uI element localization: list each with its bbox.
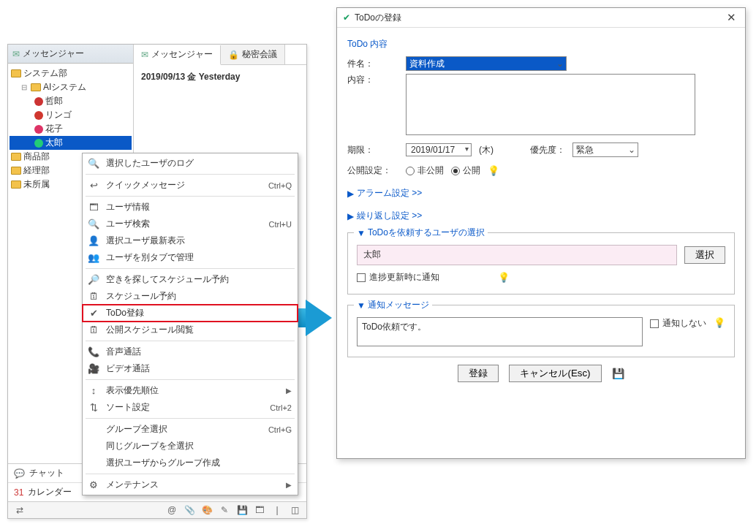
menu-item[interactable]: 🗓スケジュール予約 bbox=[83, 288, 298, 305]
arrows-icon[interactable]: ⇄ bbox=[14, 505, 26, 515]
save-icon[interactable]: 💾 bbox=[612, 368, 624, 379]
menu-label: グループ全選択 bbox=[106, 423, 262, 436]
shortcut-label: Ctrl+U bbox=[269, 220, 292, 229]
menu-item[interactable]: 🔎空きを探してスケジュール予約 bbox=[83, 271, 298, 288]
menu-item[interactable]: 同じグループを全選択 bbox=[83, 438, 298, 455]
dialog-titlebar: ✔ToDoの登録 ✕ bbox=[337, 8, 745, 28]
subject-combo[interactable]: 資料作成 bbox=[406, 56, 567, 71]
clip-icon[interactable]: 📎 bbox=[184, 505, 195, 515]
menu-item[interactable]: ⇅ソート設定Ctrl+2 bbox=[83, 399, 298, 416]
tree-user[interactable]: 哲郎 bbox=[10, 94, 132, 108]
menu-label: 選択したユーザのログ bbox=[106, 157, 292, 170]
menu-label: メンテナンス bbox=[106, 479, 280, 491]
tab-messenger[interactable]: ✉メッセンジャー bbox=[134, 45, 221, 65]
menu-label: ソート設定 bbox=[106, 401, 264, 414]
palette-icon[interactable]: 🎨 bbox=[201, 505, 213, 515]
menu-icon: ✔ bbox=[87, 308, 100, 319]
menu-item[interactable]: 🔍選択したユーザのログ bbox=[83, 155, 298, 172]
assigned-user-box[interactable]: 太郎 bbox=[357, 245, 677, 265]
triangle-down-icon: ▼ bbox=[357, 300, 366, 311]
user-icon bbox=[34, 139, 43, 148]
hint-icon[interactable]: 💡 bbox=[714, 317, 725, 328]
mail-icon: ✉ bbox=[12, 49, 20, 59]
checkbox-icon bbox=[650, 319, 659, 328]
menu-item[interactable]: ⚙メンテナンス▶ bbox=[83, 476, 298, 493]
notify-progress-check[interactable]: 進捗更新時に通知 bbox=[357, 271, 439, 284]
bottom-toolbar: ⇄ @ 📎 🎨 ✎ 💾 🗔 | ◫ bbox=[8, 501, 306, 518]
menu-label: 同じグループを全選択 bbox=[106, 440, 292, 452]
menu-separator bbox=[86, 196, 295, 197]
menu-item[interactable]: 👥ユーザを別タブで管理 bbox=[83, 249, 298, 266]
radio-public[interactable]: 公開 bbox=[451, 164, 480, 177]
register-button[interactable]: 登録 bbox=[458, 365, 499, 382]
notify-message-box[interactable]: ToDo依頼です。 bbox=[357, 317, 643, 346]
menu-item[interactable]: ↕表示優先順位▶ bbox=[83, 382, 298, 399]
menu-label: ビデオ通話 bbox=[106, 362, 292, 375]
cancel-button[interactable]: キャンセル(Esc) bbox=[509, 365, 601, 382]
window-icon[interactable]: 🗔 bbox=[254, 505, 265, 515]
tree-user-selected[interactable]: 太郎 bbox=[10, 136, 132, 150]
split-icon[interactable]: ◫ bbox=[289, 505, 300, 515]
tab-secret[interactable]: 🔒秘密会議 bbox=[221, 45, 285, 64]
shortcut-label: Ctrl+G bbox=[268, 425, 292, 434]
assign-section: ▼ToDoを依頼するユーザの選択 太郎 選択 進捗更新時に通知 💡 bbox=[347, 232, 735, 294]
radio-private[interactable]: 非公開 bbox=[406, 164, 444, 177]
hint-icon[interactable]: 💡 bbox=[498, 272, 510, 283]
menu-item[interactable]: ↩クイックメッセージCtrl+Q bbox=[83, 177, 298, 194]
notify-section: ▼通知メッセージ ToDo依頼です。 通知しない 💡 bbox=[347, 305, 735, 357]
menu-label: ユーザ検索 bbox=[106, 218, 263, 230]
radio-icon bbox=[406, 167, 415, 175]
tree-user[interactable]: リンゴ bbox=[10, 108, 132, 122]
menu-label: 公開スケジュール閲覧 bbox=[106, 324, 292, 336]
menu-icon: 📞 bbox=[87, 346, 100, 357]
menu-item[interactable]: 🎥ビデオ通話 bbox=[83, 360, 298, 377]
menu-icon: 🔎 bbox=[87, 274, 100, 285]
select-user-button[interactable]: 選択 bbox=[684, 246, 725, 264]
hint-icon[interactable]: 💡 bbox=[488, 165, 499, 176]
tree-header: ✉ メッセンジャー bbox=[8, 45, 133, 64]
tree-user[interactable]: 花子 bbox=[10, 122, 132, 136]
menu-item[interactable]: 📞音声通話 bbox=[83, 343, 298, 360]
tree-node-ai[interactable]: AIシステム bbox=[10, 80, 132, 94]
menu-icon: ↕ bbox=[87, 385, 100, 396]
menu-item[interactable]: ✔ToDo登録 bbox=[83, 305, 298, 322]
chat-icon: 💬 bbox=[14, 468, 25, 479]
menu-icon: 🗔 bbox=[87, 202, 100, 213]
save-icon[interactable]: 💾 bbox=[236, 505, 248, 515]
at-icon[interactable]: @ bbox=[166, 505, 178, 515]
no-notify-check[interactable]: 通知しない bbox=[650, 317, 706, 330]
menu-item[interactable]: 👤選択ユーザ最新表示 bbox=[83, 232, 298, 249]
menu-separator bbox=[86, 474, 295, 474]
close-icon[interactable]: ✕ bbox=[724, 11, 739, 24]
content-textarea[interactable] bbox=[406, 74, 695, 135]
menu-label: クイックメッセージ bbox=[106, 179, 262, 191]
menu-label: スケジュール予約 bbox=[106, 290, 292, 303]
menu-item[interactable]: 🗓公開スケジュール閲覧 bbox=[83, 322, 298, 338]
priority-label: 優先度： bbox=[530, 144, 565, 156]
alarm-link[interactable]: ▶アラーム設定 >> bbox=[347, 187, 735, 200]
check-icon: ✔ bbox=[343, 12, 350, 23]
radio-icon bbox=[451, 167, 460, 175]
menu-label: 表示優先順位 bbox=[106, 384, 280, 397]
user-icon bbox=[34, 111, 43, 120]
tree-node-root[interactable]: システム部 bbox=[10, 66, 132, 80]
menu-icon: 🗓 bbox=[87, 324, 100, 335]
calendar-icon: 31 bbox=[14, 487, 23, 498]
section-title: ToDo 内容 bbox=[347, 38, 735, 50]
menu-item[interactable]: 🗔ユーザ情報 bbox=[83, 199, 298, 216]
menu-item[interactable]: グループ全選択Ctrl+G bbox=[83, 421, 298, 438]
tab-row: ✉メッセンジャー 🔒秘密会議 bbox=[134, 45, 306, 65]
edit-icon[interactable]: ✎ bbox=[219, 505, 230, 515]
priority-combo[interactable]: 緊急 bbox=[572, 142, 638, 157]
menu-icon: ↩ bbox=[87, 180, 100, 191]
menu-item[interactable]: 選択ユーザからグループ作成 bbox=[83, 455, 298, 471]
menu-icon: 🔍 bbox=[87, 218, 100, 229]
repeat-link[interactable]: ▶繰り返し設定 >> bbox=[347, 210, 735, 222]
lock-icon: 🔒 bbox=[228, 50, 239, 60]
folder-icon bbox=[11, 180, 21, 189]
deadline-date[interactable]: 2019/01/17 bbox=[406, 143, 472, 156]
menu-separator bbox=[86, 341, 295, 341]
menu-item[interactable]: 🔍ユーザ検索Ctrl+U bbox=[83, 216, 298, 232]
deadline-day: (木) bbox=[479, 144, 494, 156]
todo-dialog: ✔ToDoの登録 ✕ ToDo 内容 件名： 資料作成 内容： 期限： 2019… bbox=[336, 7, 746, 459]
